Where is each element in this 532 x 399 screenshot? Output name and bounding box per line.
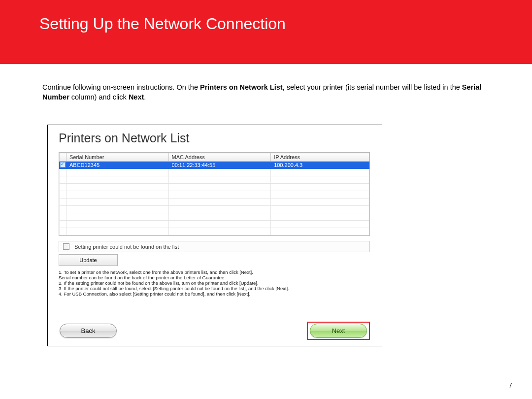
- table-row[interactable]: [60, 221, 369, 228]
- cell-serial: ABCD12345: [66, 162, 169, 169]
- cell-mac: 00:11:22:33:44:55: [168, 162, 271, 169]
- table-row[interactable]: [60, 176, 369, 184]
- instruction-bold-list: Printers on Network List: [200, 83, 283, 91]
- table-row[interactable]: [60, 206, 369, 213]
- instruction-paragraph: Continue following on-screen instruction…: [42, 83, 493, 102]
- col-check: [60, 153, 66, 162]
- checkmark-icon: [60, 162, 66, 167]
- next-button[interactable]: Next: [310, 324, 367, 338]
- instruction-notes: 1. To set a printer on the network, sele…: [59, 270, 371, 297]
- table-header-row: Serial Number MAC Address IP Address: [60, 153, 369, 162]
- table-row[interactable]: [60, 169, 369, 176]
- instruction-bold-next: Next: [129, 93, 144, 101]
- row-checkbox[interactable]: [60, 162, 66, 169]
- table-row[interactable]: [60, 184, 369, 191]
- cell-ip: 100.200.4.3: [271, 162, 369, 169]
- not-found-checkbox-row[interactable]: Setting printer could not be found on th…: [59, 241, 370, 252]
- note-line: 4. For USB Connection, also select [Sett…: [59, 292, 371, 297]
- dialog-button-bar: Back Next: [48, 322, 382, 340]
- instruction-post1: column) and click: [69, 93, 129, 101]
- table-row[interactable]: [60, 213, 369, 221]
- page-title: Setting Up the Network Connection: [39, 15, 532, 33]
- next-button-highlight: Next: [307, 322, 370, 340]
- table-row[interactable]: [60, 191, 369, 199]
- instruction-mid: , select your printer (its serial number…: [283, 83, 462, 91]
- not-found-label: Setting printer could not be found on th…: [74, 244, 179, 250]
- dialog-printers-on-network: Printers on Network List Serial Number M…: [47, 125, 382, 346]
- header-bar: Setting Up the Network Connection: [0, 0, 532, 64]
- dialog-title: Printers on Network List: [48, 125, 382, 147]
- printer-table: Serial Number MAC Address IP Address ABC…: [59, 152, 370, 236]
- instruction-post2: .: [144, 93, 146, 101]
- table-row[interactable]: [60, 228, 369, 235]
- col-serial: Serial Number: [66, 153, 169, 162]
- instruction-pre: Continue following on-screen instruction…: [42, 83, 200, 91]
- table-row[interactable]: ABCD12345 00:11:22:33:44:55 100.200.4.3: [60, 162, 369, 169]
- col-mac: MAC Address: [168, 153, 271, 162]
- update-button[interactable]: Update: [59, 254, 118, 266]
- back-button[interactable]: Back: [60, 324, 117, 338]
- table-row[interactable]: [60, 199, 369, 206]
- col-ip: IP Address: [271, 153, 369, 162]
- page-number: 7: [508, 381, 512, 389]
- not-found-checkbox[interactable]: [63, 243, 69, 250]
